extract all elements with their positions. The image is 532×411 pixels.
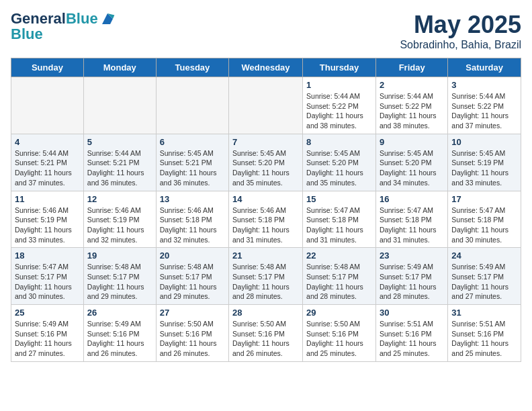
day-info: Sunrise: 5:50 AM Sunset: 5:16 PM Dayligh…	[160, 319, 225, 359]
day-info: Sunrise: 5:44 AM Sunset: 5:22 PM Dayligh…	[451, 91, 517, 131]
calendar-cell: 9Sunrise: 5:45 AM Sunset: 5:20 PM Daylig…	[375, 134, 447, 191]
day-number: 30	[380, 308, 444, 318]
day-number: 1	[306, 80, 372, 90]
day-number: 31	[451, 308, 517, 318]
day-info: Sunrise: 5:50 AM Sunset: 5:16 PM Dayligh…	[232, 319, 299, 359]
day-number: 15	[306, 194, 372, 204]
calendar-cell: 8Sunrise: 5:45 AM Sunset: 5:20 PM Daylig…	[303, 134, 376, 191]
day-number: 9	[380, 137, 444, 147]
day-info: Sunrise: 5:45 AM Sunset: 5:20 PM Dayligh…	[306, 148, 372, 188]
month-title: May 2025	[400, 11, 521, 39]
day-info: Sunrise: 5:51 AM Sunset: 5:16 PM Dayligh…	[380, 319, 444, 359]
calendar-cell	[229, 77, 303, 134]
day-info: Sunrise: 5:47 AM Sunset: 5:18 PM Dayligh…	[380, 205, 444, 245]
calendar-cell: 2Sunrise: 5:44 AM Sunset: 5:22 PM Daylig…	[375, 77, 447, 134]
calendar-cell: 7Sunrise: 5:45 AM Sunset: 5:20 PM Daylig…	[229, 134, 303, 191]
day-number: 10	[451, 137, 517, 147]
day-info: Sunrise: 5:49 AM Sunset: 5:16 PM Dayligh…	[87, 319, 152, 359]
calendar-cell: 17Sunrise: 5:47 AM Sunset: 5:18 PM Dayli…	[448, 191, 521, 248]
day-info: Sunrise: 5:44 AM Sunset: 5:21 PM Dayligh…	[87, 148, 152, 188]
calendar-cell: 22Sunrise: 5:48 AM Sunset: 5:17 PM Dayli…	[303, 248, 376, 305]
day-number: 4	[15, 137, 80, 147]
calendar-cell: 26Sunrise: 5:49 AM Sunset: 5:16 PM Dayli…	[83, 305, 156, 362]
day-number: 6	[160, 137, 225, 147]
calendar-cell: 23Sunrise: 5:49 AM Sunset: 5:17 PM Dayli…	[375, 248, 447, 305]
calendar-cell: 18Sunrise: 5:47 AM Sunset: 5:17 PM Dayli…	[11, 248, 84, 305]
weekday-header-friday: Friday	[375, 58, 447, 77]
day-info: Sunrise: 5:49 AM Sunset: 5:17 PM Dayligh…	[451, 262, 517, 302]
day-number: 21	[232, 250, 299, 261]
logo-text: GeneralBlue	[11, 11, 98, 27]
logo: GeneralBlue Blue	[11, 11, 116, 42]
day-number: 26	[87, 308, 152, 318]
calendar-cell: 31Sunrise: 5:51 AM Sunset: 5:16 PM Dayli…	[448, 305, 521, 362]
calendar-cell: 16Sunrise: 5:47 AM Sunset: 5:18 PM Dayli…	[375, 191, 447, 248]
calendar-week-row: 1Sunrise: 5:44 AM Sunset: 5:22 PM Daylig…	[11, 77, 521, 134]
day-info: Sunrise: 5:45 AM Sunset: 5:21 PM Dayligh…	[160, 148, 225, 188]
day-info: Sunrise: 5:47 AM Sunset: 5:18 PM Dayligh…	[306, 205, 372, 245]
calendar-week-row: 18Sunrise: 5:47 AM Sunset: 5:17 PM Dayli…	[11, 248, 521, 305]
day-number: 22	[306, 250, 372, 261]
calendar-cell: 10Sunrise: 5:45 AM Sunset: 5:19 PM Dayli…	[448, 134, 521, 191]
day-number: 13	[160, 194, 225, 204]
calendar-cell: 11Sunrise: 5:46 AM Sunset: 5:19 PM Dayli…	[11, 191, 84, 248]
day-info: Sunrise: 5:45 AM Sunset: 5:19 PM Dayligh…	[451, 148, 517, 188]
calendar-cell: 4Sunrise: 5:44 AM Sunset: 5:21 PM Daylig…	[11, 134, 84, 191]
day-info: Sunrise: 5:47 AM Sunset: 5:18 PM Dayligh…	[451, 205, 517, 245]
weekday-header-saturday: Saturday	[448, 58, 521, 77]
calendar-cell: 19Sunrise: 5:48 AM Sunset: 5:17 PM Dayli…	[83, 248, 156, 305]
calendar-cell: 6Sunrise: 5:45 AM Sunset: 5:21 PM Daylig…	[156, 134, 228, 191]
day-info: Sunrise: 5:47 AM Sunset: 5:17 PM Dayligh…	[15, 262, 80, 302]
day-info: Sunrise: 5:45 AM Sunset: 5:20 PM Dayligh…	[380, 148, 444, 188]
day-number: 28	[232, 308, 299, 318]
location: Sobradinho, Bahia, Brazil	[400, 39, 521, 51]
day-info: Sunrise: 5:49 AM Sunset: 5:16 PM Dayligh…	[15, 319, 80, 359]
calendar-cell: 29Sunrise: 5:50 AM Sunset: 5:16 PM Dayli…	[303, 305, 376, 362]
day-number: 3	[451, 80, 517, 90]
day-info: Sunrise: 5:45 AM Sunset: 5:20 PM Dayligh…	[232, 148, 299, 188]
day-number: 17	[451, 194, 517, 204]
day-number: 20	[160, 250, 225, 261]
day-info: Sunrise: 5:48 AM Sunset: 5:17 PM Dayligh…	[306, 262, 372, 302]
day-number: 18	[15, 250, 80, 261]
day-info: Sunrise: 5:50 AM Sunset: 5:16 PM Dayligh…	[306, 319, 372, 359]
day-number: 27	[160, 308, 225, 318]
day-number: 11	[15, 194, 80, 204]
day-info: Sunrise: 5:48 AM Sunset: 5:17 PM Dayligh…	[87, 262, 152, 302]
calendar-cell: 25Sunrise: 5:49 AM Sunset: 5:16 PM Dayli…	[11, 305, 84, 362]
logo-icon	[99, 11, 116, 27]
day-info: Sunrise: 5:46 AM Sunset: 5:19 PM Dayligh…	[15, 205, 80, 245]
calendar-cell: 1Sunrise: 5:44 AM Sunset: 5:22 PM Daylig…	[303, 77, 376, 134]
title-block: May 2025 Sobradinho, Bahia, Brazil	[400, 11, 521, 51]
day-info: Sunrise: 5:44 AM Sunset: 5:22 PM Dayligh…	[306, 91, 372, 131]
calendar-cell: 5Sunrise: 5:44 AM Sunset: 5:21 PM Daylig…	[83, 134, 156, 191]
day-info: Sunrise: 5:46 AM Sunset: 5:18 PM Dayligh…	[160, 205, 225, 245]
calendar-cell: 20Sunrise: 5:48 AM Sunset: 5:17 PM Dayli…	[156, 248, 228, 305]
calendar-cell: 21Sunrise: 5:48 AM Sunset: 5:17 PM Dayli…	[229, 248, 303, 305]
calendar-cell	[11, 77, 84, 134]
page-header: GeneralBlue Blue May 2025 Sobradinho, Ba…	[11, 11, 521, 51]
day-info: Sunrise: 5:46 AM Sunset: 5:18 PM Dayligh…	[232, 205, 299, 245]
calendar-cell	[156, 77, 228, 134]
day-number: 14	[232, 194, 299, 204]
day-number: 8	[306, 137, 372, 147]
day-number: 7	[232, 137, 299, 147]
calendar-week-row: 11Sunrise: 5:46 AM Sunset: 5:19 PM Dayli…	[11, 191, 521, 248]
calendar-cell: 15Sunrise: 5:47 AM Sunset: 5:18 PM Dayli…	[303, 191, 376, 248]
calendar-cell: 28Sunrise: 5:50 AM Sunset: 5:16 PM Dayli…	[229, 305, 303, 362]
weekday-header-wednesday: Wednesday	[229, 58, 303, 77]
weekday-header-row: SundayMondayTuesdayWednesdayThursdayFrid…	[11, 58, 521, 77]
weekday-header-monday: Monday	[83, 58, 156, 77]
logo-blue: Blue	[11, 27, 116, 42]
day-number: 23	[380, 250, 444, 261]
weekday-header-tuesday: Tuesday	[156, 58, 228, 77]
day-info: Sunrise: 5:46 AM Sunset: 5:19 PM Dayligh…	[87, 205, 152, 245]
day-info: Sunrise: 5:49 AM Sunset: 5:17 PM Dayligh…	[380, 262, 444, 302]
day-number: 2	[380, 80, 444, 90]
day-number: 29	[306, 308, 372, 318]
calendar-table: SundayMondayTuesdayWednesdayThursdayFrid…	[11, 58, 521, 362]
calendar-cell: 13Sunrise: 5:46 AM Sunset: 5:18 PM Dayli…	[156, 191, 228, 248]
calendar-cell: 3Sunrise: 5:44 AM Sunset: 5:22 PM Daylig…	[448, 77, 521, 134]
day-number: 16	[380, 194, 444, 204]
day-info: Sunrise: 5:44 AM Sunset: 5:22 PM Dayligh…	[380, 91, 444, 131]
